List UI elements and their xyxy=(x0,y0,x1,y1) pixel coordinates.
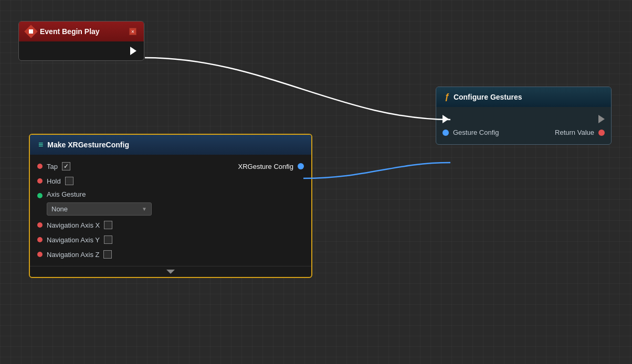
hold-row: Hold xyxy=(30,174,311,188)
dropdown-arrow-icon: ▼ xyxy=(142,206,147,212)
configure-gestures-header: ƒ Configure Gestures xyxy=(436,87,611,107)
nav-axis-z-label: Navigation Axis Z xyxy=(47,251,99,259)
hold-label: Hold xyxy=(47,177,61,185)
gesture-config-input-pin[interactable] xyxy=(443,130,449,136)
return-value-output-pin[interactable] xyxy=(598,130,605,136)
tap-checkbox[interactable] xyxy=(62,162,70,170)
xr-output-label: XRGesture Config xyxy=(238,163,294,170)
configure-exec-row xyxy=(436,112,611,126)
hold-pin[interactable] xyxy=(37,178,43,184)
nav-axis-z-left: Navigation Axis Z xyxy=(37,250,112,259)
nav-axis-x-pin[interactable] xyxy=(37,222,43,228)
configure-gestures-node: ƒ Configure Gestures Gesture Config Retu… xyxy=(436,87,612,145)
event-begin-play-node: Event Begin Play × xyxy=(18,21,144,61)
hold-left: Hold xyxy=(37,177,73,185)
configure-gestures-body: Gesture Config Return Value xyxy=(436,107,611,144)
struct-icon: ≡ xyxy=(38,140,43,149)
nav-axis-y-label: Navigation Axis Y xyxy=(47,236,100,244)
axis-gesture-section: Axis Gesture None ▼ xyxy=(30,188,311,218)
nav-axis-y-left: Navigation Axis Y xyxy=(37,235,112,244)
configure-exec-input-pin[interactable] xyxy=(443,115,449,123)
gesture-config-label: Gesture Config xyxy=(453,129,499,136)
axis-gesture-dropdown[interactable]: None ▼ xyxy=(47,202,152,216)
event-icon xyxy=(24,25,37,38)
configure-return-value-right: Return Value xyxy=(555,129,605,136)
make-node-footer xyxy=(30,266,311,277)
close-icon: × xyxy=(131,29,134,35)
configure-gesture-config-left: Gesture Config xyxy=(443,129,499,136)
tap-left: Tap xyxy=(37,162,70,170)
configure-exec-output-pin[interactable] xyxy=(598,115,605,123)
nav-axis-y-pin[interactable] xyxy=(37,237,43,242)
make-xrgestureconfig-body: Tap XRGesture Config Hold Axis Gesture xyxy=(30,155,311,266)
nav-axis-y-checkbox[interactable] xyxy=(104,235,112,244)
event-begin-play-body xyxy=(19,41,144,60)
tap-pin[interactable] xyxy=(37,164,43,169)
data-connection-line xyxy=(303,163,450,178)
nav-axis-x-checkbox[interactable] xyxy=(104,221,112,229)
make-xrgestureconfig-title: Make XRGestureConfig xyxy=(47,141,303,149)
make-xrgestureconfig-node: ≡ Make XRGestureConfig Tap XRGesture Con… xyxy=(29,134,312,278)
tap-row: Tap XRGesture Config xyxy=(30,159,311,174)
nav-axis-z-checkbox[interactable] xyxy=(103,250,112,259)
xr-output-right: XRGesture Config xyxy=(238,163,304,170)
nav-axis-x-label: Navigation Axis X xyxy=(47,221,100,229)
nav-axis-y-row: Navigation Axis Y xyxy=(30,232,311,247)
function-icon: ƒ xyxy=(445,92,449,102)
make-xrgestureconfig-header: ≡ Make XRGestureConfig xyxy=(30,135,311,155)
configure-gesture-config-row: Gesture Config Return Value xyxy=(436,126,611,139)
tap-label: Tap xyxy=(47,163,58,170)
return-value-label: Return Value xyxy=(555,129,594,136)
close-button[interactable]: × xyxy=(129,28,136,35)
scroll-up-indicator[interactable] xyxy=(166,270,175,274)
configure-gestures-title: Configure Gestures xyxy=(454,93,603,101)
axis-gesture-dropdown-container: None ▼ xyxy=(47,202,304,216)
xr-output-pin[interactable] xyxy=(298,163,304,169)
exec-output-pin[interactable] xyxy=(130,47,136,55)
nav-axis-x-left: Navigation Axis X xyxy=(37,221,112,229)
nav-axis-x-row: Navigation Axis X xyxy=(30,218,311,232)
axis-gesture-label-row: Axis Gesture xyxy=(37,190,304,200)
nav-axis-z-pin[interactable] xyxy=(37,252,43,257)
nav-axis-z-row: Navigation Axis Z xyxy=(30,247,311,262)
axis-gesture-label: Axis Gesture xyxy=(47,190,86,198)
hold-checkbox[interactable] xyxy=(65,177,73,185)
event-begin-play-title: Event Begin Play xyxy=(40,27,125,36)
event-begin-play-header: Event Begin Play × xyxy=(19,22,144,41)
exec-connection-line xyxy=(145,58,450,120)
axis-gesture-pin[interactable] xyxy=(37,193,43,198)
axis-gesture-value: None xyxy=(51,205,68,213)
